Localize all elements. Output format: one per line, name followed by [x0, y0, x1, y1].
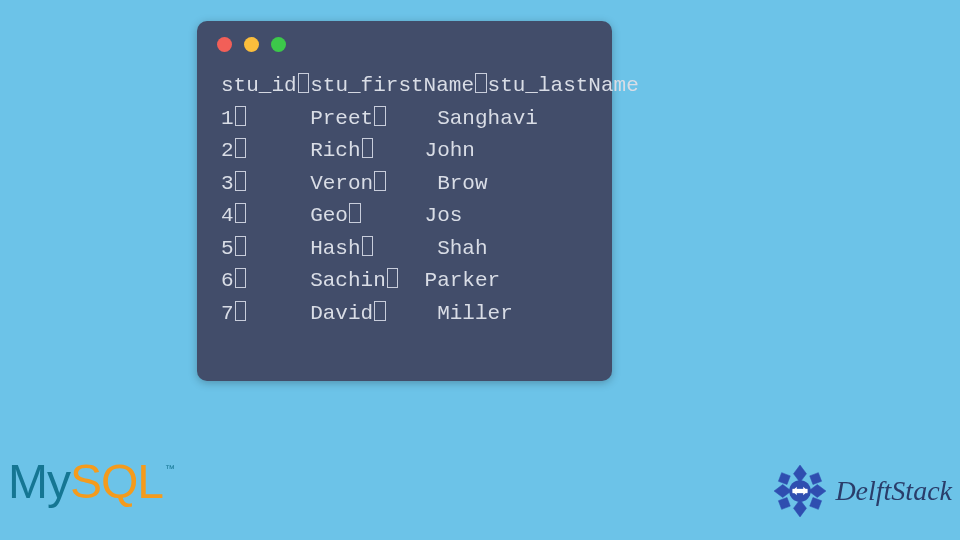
minimize-icon[interactable]: [244, 37, 259, 52]
svg-marker-2: [774, 485, 791, 498]
mysql-logo-tm: ™: [165, 463, 174, 474]
svg-marker-5: [810, 473, 822, 485]
mysql-logo-my: My: [8, 455, 70, 508]
svg-marker-0: [794, 465, 807, 482]
mysql-logo: MySQL™: [8, 454, 172, 518]
svg-marker-6: [779, 497, 791, 509]
svg-marker-3: [809, 485, 826, 498]
terminal-window: stu_idstu_firstNamestu_lastName 1 Preet …: [197, 21, 612, 381]
delftstack-label: DelftStack: [835, 475, 952, 507]
window-controls: [197, 37, 612, 52]
delftstack-logo: DelftStack: [773, 464, 952, 518]
mysql-logo-sql: SQL: [70, 455, 163, 508]
svg-marker-7: [810, 497, 822, 509]
close-icon[interactable]: [217, 37, 232, 52]
svg-marker-1: [794, 500, 807, 517]
delftstack-icon: [773, 464, 827, 518]
maximize-icon[interactable]: [271, 37, 286, 52]
terminal-output: stu_idstu_firstNamestu_lastName 1 Preet …: [197, 70, 612, 350]
svg-marker-4: [779, 473, 791, 485]
